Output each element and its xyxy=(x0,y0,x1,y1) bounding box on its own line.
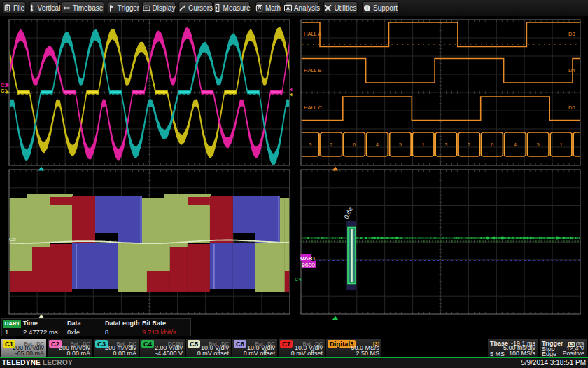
svg-text:3: 3 xyxy=(445,142,448,147)
svg-text:2: 2 xyxy=(330,142,332,147)
svg-text:0xfe: 0xfe xyxy=(343,206,354,220)
svg-text:HALL B: HALL B xyxy=(304,67,322,74)
svg-text:D4: D4 xyxy=(568,67,575,74)
svg-text:9600: 9600 xyxy=(302,261,315,268)
svg-text:6: 6 xyxy=(353,142,356,147)
svg-text:5: 5 xyxy=(399,142,402,147)
svg-text:6: 6 xyxy=(491,142,493,147)
svg-text:1: 1 xyxy=(422,142,425,147)
svg-text:UART: UART xyxy=(300,255,316,261)
svg-text:3: 3 xyxy=(309,142,312,147)
svg-text:C5: C5 xyxy=(9,236,16,243)
svg-text:HALL A: HALL A xyxy=(304,31,321,37)
svg-text:D3: D3 xyxy=(568,31,575,37)
svg-text:1: 1 xyxy=(560,142,563,147)
svg-text:4: 4 xyxy=(514,142,517,147)
svg-text:4: 4 xyxy=(376,142,379,147)
svg-text:2: 2 xyxy=(468,142,470,147)
svg-text:HALL C: HALL C xyxy=(304,104,323,111)
svg-text:C1: C1 xyxy=(1,88,8,94)
svg-text:C4: C4 xyxy=(295,276,302,282)
svg-text:D5: D5 xyxy=(568,104,575,111)
svg-text:5: 5 xyxy=(537,142,540,147)
